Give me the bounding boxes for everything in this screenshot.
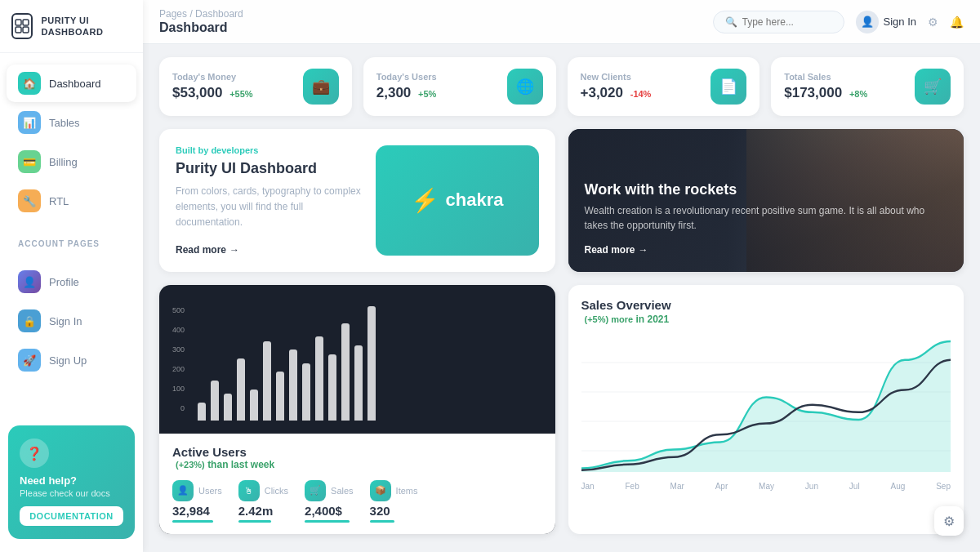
stat-card-sales: Total Sales $173,000 +8% 🛒 bbox=[771, 57, 964, 116]
breadcrumb: Pages / Dashboard Dashboard bbox=[159, 8, 243, 35]
nav-item-tables[interactable]: 📊 Tables bbox=[7, 104, 136, 141]
stat-info-money: Today's Money $53,000 +55% bbox=[172, 72, 253, 101]
stats-row: Today's Money $53,000 +55% 💼 Today's Use… bbox=[159, 57, 964, 116]
stat-icon-users: 🌐 bbox=[507, 69, 543, 105]
promo-text: Built by developers Purity UI Dashboard … bbox=[176, 145, 363, 256]
metrics-row: 👤 Users 32,984 🖱 Clicks 2.42m bbox=[172, 480, 542, 523]
sales-year-label: in 2021 bbox=[635, 314, 669, 325]
bar bbox=[198, 403, 206, 421]
documentation-button[interactable]: DOCUMENTATION bbox=[20, 506, 123, 526]
stat-card-users: Today's Users 2,300 +5% 🌐 bbox=[363, 57, 556, 116]
mid-row: Built by developers Purity UI Dashboard … bbox=[159, 129, 964, 272]
bar bbox=[276, 372, 284, 420]
metric-users-name: Users bbox=[198, 486, 222, 496]
help-title: Need help? bbox=[20, 474, 123, 487]
nav-item-rtl[interactable]: 🔧 RTL bbox=[7, 182, 136, 220]
app-title: PURITY UI DASHBOARD bbox=[41, 15, 131, 38]
metric-sales: 🛒 Sales 2,400$ bbox=[305, 480, 354, 523]
bar bbox=[250, 390, 258, 421]
line-chart: Jan Feb Mar Apr May Jun Jul Aug Sep bbox=[581, 333, 951, 480]
rocket-read-more[interactable]: Read more → bbox=[585, 244, 948, 256]
search-input[interactable] bbox=[742, 16, 832, 28]
metric-items: 📦 Items 320 bbox=[370, 480, 418, 523]
promo-card: Built by developers Purity UI Dashboard … bbox=[159, 129, 555, 272]
rocket-content: Work with the rockets Wealth creation is… bbox=[585, 181, 948, 256]
nav-label-signup: Sign Up bbox=[49, 354, 87, 367]
signin-button[interactable]: 👤 Sign In bbox=[856, 11, 916, 33]
stat-label-users: Today's Users bbox=[376, 72, 437, 82]
metric-clicks-name: Clicks bbox=[265, 486, 288, 496]
help-subtitle: Please check our docs bbox=[20, 488, 123, 498]
active-change: (+23%) bbox=[176, 460, 205, 470]
signup-icon: 🚀 bbox=[18, 349, 41, 372]
stat-change-clients: -14% bbox=[630, 89, 652, 99]
stat-value-money: $53,000 +55% bbox=[172, 85, 253, 101]
rtl-icon: 🔧 bbox=[18, 189, 41, 212]
help-icon: ❓ bbox=[20, 438, 49, 468]
rocket-description: Wealth creation is a revolutionary recen… bbox=[585, 203, 948, 233]
chakra-box: ⚡ chakra bbox=[376, 145, 539, 256]
bar bbox=[354, 345, 363, 421]
metric-users-icon: 👤 bbox=[172, 480, 194, 501]
settings-fab-button[interactable]: ⚙ bbox=[934, 506, 964, 536]
billing-icon: 💳 bbox=[18, 150, 41, 173]
search-box[interactable]: 🔍 bbox=[713, 11, 844, 33]
nav-item-signup[interactable]: 🚀 Sign Up bbox=[7, 341, 136, 379]
bar bbox=[263, 341, 271, 421]
promo-read-more[interactable]: Read more → bbox=[176, 244, 363, 256]
nav-label-billing: Billing bbox=[49, 156, 78, 168]
nav-label-rtl: RTL bbox=[49, 195, 69, 207]
stat-info-clients: New Clients +3,020 -14% bbox=[581, 72, 652, 101]
search-icon: 🔍 bbox=[725, 16, 737, 28]
promo-title: Purity UI Dashboard bbox=[176, 160, 363, 177]
bottom-row: 500 400 300 200 100 0 Active Users (+23%… bbox=[159, 285, 964, 534]
metric-sales-value: 2,400$ bbox=[305, 504, 354, 518]
settings-icon[interactable]: ⚙ bbox=[928, 16, 938, 29]
dashboard-content: Today's Money $53,000 +55% 💼 Today's Use… bbox=[143, 44, 980, 552]
stat-change-sales: +8% bbox=[849, 89, 867, 99]
active-users-card: 500 400 300 200 100 0 Active Users (+23%… bbox=[159, 285, 555, 534]
nav-label-tables: Tables bbox=[49, 117, 80, 129]
sidebar-logo: PURITY UI DASHBOARD bbox=[0, 0, 143, 53]
user-avatar-icon: 👤 bbox=[856, 11, 879, 33]
breadcrumb-parent: Pages bbox=[159, 8, 187, 20]
bar bbox=[237, 358, 245, 420]
svg-rect-2 bbox=[16, 27, 21, 33]
nav-item-profile[interactable]: 👤 Profile bbox=[7, 263, 136, 300]
svg-rect-3 bbox=[23, 27, 29, 33]
bar bbox=[289, 349, 297, 420]
nav-item-dashboard[interactable]: 🏠 Dashboard bbox=[7, 65, 136, 102]
metric-items-name: Items bbox=[396, 486, 418, 496]
page-title: Dashboard bbox=[159, 20, 243, 35]
metric-clicks-bar bbox=[238, 520, 271, 523]
account-section-label: ACCOUNT PAGES bbox=[0, 231, 143, 252]
main-nav: 🏠 Dashboard 📊 Tables 💳 Billing 🔧 RTL bbox=[0, 53, 143, 231]
stat-label-clients: New Clients bbox=[581, 72, 652, 82]
metric-clicks: 🖱 Clicks 2.42m bbox=[238, 480, 288, 523]
metric-items-icon: 📦 bbox=[370, 480, 391, 501]
active-users-title: Active Users bbox=[172, 445, 542, 459]
metric-clicks-icon: 🖱 bbox=[238, 480, 260, 501]
sales-change: (+5%) more bbox=[585, 314, 634, 324]
chakra-label: chakra bbox=[446, 189, 504, 211]
stat-icon-sales: 🛒 bbox=[915, 69, 951, 105]
main-content: Pages / Dashboard Dashboard 🔍 👤 Sign In … bbox=[143, 0, 980, 552]
bell-icon[interactable]: 🔔 bbox=[950, 16, 964, 29]
metric-sales-icon: 🛒 bbox=[305, 480, 326, 501]
stat-info-sales: Total Sales $173,000 +8% bbox=[784, 72, 867, 101]
stat-icon-money: 💼 bbox=[303, 69, 339, 105]
logo-icon bbox=[11, 13, 33, 39]
chart-inner: 500 400 300 200 100 0 bbox=[159, 285, 555, 434]
nav-item-signin[interactable]: 🔒 Sign In bbox=[7, 302, 136, 340]
header: Pages / Dashboard Dashboard 🔍 👤 Sign In … bbox=[143, 0, 980, 44]
nav-item-billing[interactable]: 💳 Billing bbox=[7, 143, 136, 180]
profile-icon: 👤 bbox=[18, 270, 41, 293]
tables-icon: 📊 bbox=[18, 111, 41, 134]
promo-built-label: Built by developers bbox=[176, 145, 363, 155]
svg-rect-1 bbox=[23, 20, 29, 25]
stat-label-sales: Total Sales bbox=[784, 72, 867, 82]
nav-label-profile: Profile bbox=[49, 276, 79, 288]
sales-title: Sales Overview bbox=[581, 298, 951, 312]
stat-value-users: 2,300 +5% bbox=[376, 85, 437, 101]
bar bbox=[328, 354, 336, 421]
